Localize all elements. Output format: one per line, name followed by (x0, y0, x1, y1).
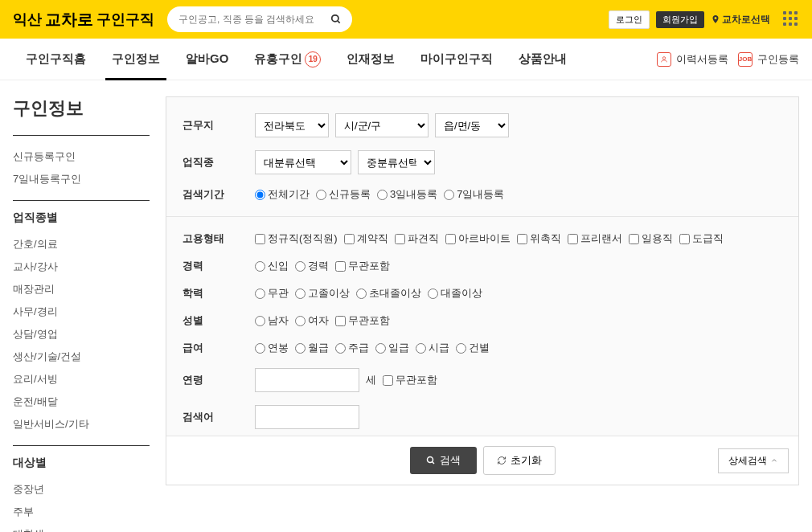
period-all[interactable]: 전체기간 (255, 187, 310, 202)
svg-point-0 (332, 15, 338, 22)
refresh-icon (497, 456, 506, 465)
signup-button[interactable]: 회원가입 (656, 11, 704, 28)
search-label: 검색 (440, 453, 461, 468)
target-item[interactable]: 중장년 (13, 478, 150, 501)
logo-brand: 교차로 (45, 9, 93, 31)
svg-line-1 (338, 21, 340, 23)
period-3day[interactable]: 3일내등록 (377, 187, 437, 202)
nav-alba[interactable]: 알바GO (173, 39, 241, 80)
cat-major-select[interactable]: 대분류선택 (255, 150, 351, 174)
search-box (167, 6, 352, 32)
cat-item[interactable]: 요리/서빙 (13, 368, 150, 391)
search-icon (330, 14, 342, 25)
target-item[interactable]: 대학생 (13, 523, 150, 532)
logo[interactable]: 익산 교차로 구인구직 (13, 9, 154, 31)
period-7day[interactable]: 7일내등록 (444, 187, 504, 202)
edu-any[interactable]: 무관 (255, 286, 289, 301)
salary-hourly[interactable]: 시급 (416, 341, 449, 355)
sidebar-targets: 대상별 중장년 주부 대학생 (13, 445, 150, 532)
cat-item[interactable]: 교사/강사 (13, 256, 150, 278)
salary-per-case[interactable]: 건별 (456, 341, 490, 355)
gender-any[interactable]: 무관포함 (335, 313, 390, 328)
cat-item[interactable]: 상담/영업 (13, 323, 150, 346)
search-button[interactable] (325, 8, 347, 31)
filter-career: 경력 신입 경력 무관포함 (166, 252, 798, 280)
category-label: 업직종 (182, 155, 255, 170)
age-label: 연령 (182, 373, 255, 387)
sidebar-7day[interactable]: 7일내등록구인 (13, 168, 150, 190)
edu-high[interactable]: 고졸이상 (295, 286, 350, 301)
nav-home[interactable]: 구인구직홈 (13, 39, 99, 80)
cat-item[interactable]: 일반서비스/기타 (13, 413, 150, 436)
nav-talent[interactable]: 인재정보 (334, 39, 408, 80)
cat-minor-select[interactable]: 중분류선택 (358, 150, 435, 174)
emp-parttime[interactable]: 아르바이트 (445, 231, 511, 246)
keyword-label: 검색어 (182, 410, 255, 424)
age-badge: 19 (305, 51, 321, 68)
career-label: 경력 (182, 259, 255, 273)
search-submit-button[interactable]: 검색 (410, 447, 477, 474)
nav-product[interactable]: 상품안내 (506, 39, 580, 80)
emp-daily[interactable]: 일용직 (629, 231, 673, 246)
reset-button[interactable]: 초기화 (483, 446, 556, 475)
location-label: 교차로선택 (722, 13, 770, 27)
apps-icon[interactable] (783, 11, 799, 27)
edu-univ[interactable]: 대졸이상 (428, 286, 482, 301)
gender-male[interactable]: 남자 (255, 313, 289, 328)
salary-annual[interactable]: 연봉 (255, 341, 289, 355)
reset-label: 초기화 (511, 453, 542, 468)
job-register[interactable]: JOB 구인등록 (738, 52, 799, 67)
emp-fulltime[interactable]: 정규직(정직원) (255, 231, 338, 246)
career-new[interactable]: 신입 (255, 259, 289, 273)
logo-prefix: 익산 (13, 10, 42, 29)
cat-item[interactable]: 운전/배달 (13, 391, 150, 413)
career-exp[interactable]: 경력 (295, 259, 329, 273)
nav-right: 이력서등록 JOB 구인등록 (657, 52, 799, 67)
age-any[interactable]: 무관포함 (383, 373, 437, 387)
emp-dispatch[interactable]: 파견직 (395, 231, 439, 246)
sidebar: 구인정보 신규등록구인 7일내등록구인 업직종별 간호/의료 교사/강사 매장관… (13, 96, 150, 532)
cat-item[interactable]: 생산/기술/건설 (13, 346, 150, 368)
salary-monthly[interactable]: 월급 (295, 341, 329, 355)
target-item[interactable]: 주부 (13, 501, 150, 523)
gender-female[interactable]: 여자 (295, 313, 329, 328)
district-select[interactable]: 읍/면/동 (435, 113, 509, 137)
location-selector[interactable]: 교차로선택 (711, 13, 770, 27)
detail-toggle-button[interactable]: 상세검색 (718, 448, 789, 473)
nav-jobinfo[interactable]: 구인정보 (99, 39, 173, 80)
resume-register[interactable]: 이력서등록 (657, 52, 728, 67)
cat-item[interactable]: 매장관리 (13, 278, 150, 301)
career-any[interactable]: 무관포함 (335, 259, 390, 273)
nav-adult[interactable]: 유흥구인 19 (241, 39, 334, 80)
salary-daily[interactable]: 일급 (375, 341, 409, 355)
detail-label: 상세검색 (728, 454, 767, 468)
edu-college[interactable]: 초대졸이상 (356, 286, 421, 301)
chevron-up-icon (770, 456, 778, 464)
filter-category: 업직종 대분류선택 중분류선택 (166, 144, 798, 181)
province-select[interactable]: 전라북도 (255, 113, 329, 137)
page-title: 구인정보 (13, 96, 150, 121)
login-button[interactable]: 로그인 (609, 10, 650, 29)
city-select[interactable]: 시/군/구 (335, 113, 429, 137)
emp-contract[interactable]: 계약직 (344, 231, 388, 246)
emp-freelance[interactable]: 프리랜서 (568, 231, 622, 246)
search-input[interactable] (178, 14, 325, 25)
sidebar-new[interactable]: 신규등록구인 (13, 145, 150, 168)
age-input[interactable] (255, 368, 359, 392)
nav-my[interactable]: 마이구인구직 (408, 39, 506, 80)
job-icon: JOB (738, 52, 753, 67)
period-new[interactable]: 신규등록 (316, 187, 371, 202)
resume-label: 이력서등록 (676, 52, 728, 67)
emp-subcontract[interactable]: 도급직 (679, 231, 724, 246)
edu-label: 학력 (182, 286, 255, 301)
age-unit: 세 (366, 373, 376, 387)
filter-employment: 고용형태 정규직(정직원) 계약직 파견직 아르바이트 위촉직 프리랜서 일용직… (166, 225, 798, 252)
target-title: 대상별 (13, 456, 150, 470)
keyword-input[interactable] (255, 405, 359, 429)
cat-item[interactable]: 사무/경리 (13, 301, 150, 323)
emp-commission[interactable]: 위촉직 (517, 231, 561, 246)
logo-suffix: 구인구직 (96, 10, 154, 29)
cat-item[interactable]: 간호/의료 (13, 233, 150, 256)
salary-weekly[interactable]: 주급 (335, 341, 369, 355)
filter-gender: 성별 남자 여자 무관포함 (166, 307, 798, 334)
